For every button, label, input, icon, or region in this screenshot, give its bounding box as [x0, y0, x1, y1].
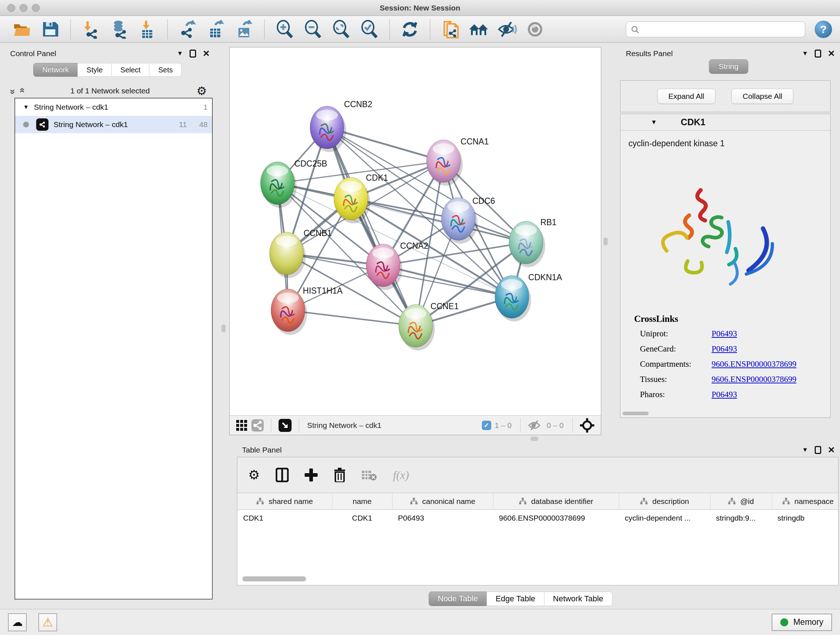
panel-float-icon[interactable] [815, 50, 821, 57]
crosslink-link[interactable]: 9606.ENSP00000378699 [712, 359, 797, 369]
table-cell[interactable]: stringdb:9... [710, 510, 772, 526]
panel-float-icon[interactable] [815, 446, 821, 454]
panel-menu-icon[interactable]: ▼ [802, 447, 808, 454]
right-splitter-handle[interactable] [603, 238, 608, 245]
table-row[interactable]: CDK1CDK1P064939606.ENSP00000378699cyclin… [237, 510, 838, 526]
panel-close-icon[interactable]: ✕ [202, 49, 210, 59]
open-session-icon[interactable] [11, 19, 33, 40]
hide-selected-eye-icon[interactable] [496, 19, 517, 40]
maximize-window-icon[interactable] [32, 4, 40, 12]
import-table-file-icon[interactable] [137, 19, 158, 40]
network-node-CCNE1[interactable]: CCNE1 [399, 302, 459, 350]
collapse-all-button[interactable]: Collapse All [731, 89, 794, 104]
cloud-status-button[interactable]: ☁ [8, 613, 27, 631]
column-header-namespace[interactable]: namespace [772, 493, 838, 510]
network-node-RB1[interactable]: RB1 [509, 218, 556, 267]
column-header-database-identifier[interactable]: database identifier [493, 493, 619, 510]
show-columns-icon[interactable] [276, 468, 289, 482]
table-cell[interactable]: P06493 [392, 510, 493, 526]
column-header-@id[interactable]: @id [710, 493, 772, 510]
tab-style[interactable]: Style [77, 63, 111, 77]
zoom-in-icon[interactable] [274, 19, 295, 40]
export-image-icon[interactable] [234, 19, 255, 40]
panel-menu-icon[interactable]: ▼ [177, 50, 183, 57]
hidden-eye-icon[interactable] [528, 420, 541, 431]
selected-count-checkbox-icon[interactable]: ✓ [482, 421, 491, 430]
network-row[interactable]: String Network – cdk1 11 48 [15, 116, 212, 133]
minimize-window-icon[interactable] [19, 4, 27, 12]
network-node-CCNA1[interactable]: CCNA1 [426, 137, 489, 186]
column-header-name[interactable]: name [332, 493, 392, 510]
refresh-layout-icon[interactable] [399, 19, 420, 40]
table-cell[interactable]: cyclin-dependent ... [619, 510, 710, 526]
left-splitter-handle[interactable] [221, 325, 226, 333]
tab-node-table[interactable]: Node Table [429, 592, 487, 606]
network-share-view-icon[interactable] [251, 419, 264, 432]
function-builder-icon[interactable]: f(x) [393, 469, 409, 482]
network-node-CCNB2[interactable]: CCNB2 [310, 100, 372, 152]
tab-network-table[interactable]: Network Table [544, 592, 613, 606]
tab-string[interactable]: String [709, 59, 748, 74]
export-table-icon[interactable] [205, 19, 226, 40]
table-cell[interactable]: 9606.ENSP00000378699 [493, 510, 619, 526]
node-label-CDK1: CDK1 [366, 173, 388, 182]
save-session-icon[interactable] [40, 19, 61, 40]
network-canvas[interactable]: CCNB2CCNA1CDC25BCDK1CDC6RB1CCNB1CCNA2CDK… [230, 48, 601, 415]
protein-collapse-caret-icon[interactable]: ▼ [651, 119, 657, 126]
network-node-HIST1H1A[interactable]: HIST1H1A [271, 286, 343, 335]
table-horizontal-scrollbar[interactable] [242, 576, 306, 581]
panel-close-icon[interactable]: ✕ [828, 49, 835, 59]
show-eye-icon[interactable] [524, 19, 546, 40]
tab-edge-table[interactable]: Edge Table [486, 592, 545, 606]
string-query-icon[interactable] [440, 19, 461, 40]
zoom-out-icon[interactable] [302, 19, 324, 40]
tree-expand-caret-icon[interactable]: ▼ [23, 104, 29, 111]
add-column-icon[interactable] [305, 469, 317, 481]
network-node-CCNB1[interactable]: CCNB1 [270, 228, 332, 278]
expand-all-button[interactable]: Expand All [657, 89, 715, 104]
results-horizontal-scrollbar[interactable] [622, 412, 649, 415]
network-node-CCNA2[interactable]: CCNA2 [366, 241, 428, 290]
network-edge-CCNA2-CDKN1A[interactable] [383, 265, 512, 297]
expand-all-icon[interactable]: » [16, 89, 27, 93]
crosslink-link[interactable]: P06493 [712, 344, 737, 354]
grid-view-icon[interactable] [236, 420, 247, 431]
panel-float-icon[interactable] [189, 50, 196, 57]
panel-close-icon[interactable]: ✕ [828, 445, 835, 455]
panel-menu-icon[interactable]: ▼ [802, 50, 808, 57]
network-node-CDKN1A[interactable]: CDKN1A [495, 272, 562, 321]
import-network-database-icon[interactable] [109, 19, 129, 40]
pan-crosshair-icon[interactable] [580, 418, 594, 432]
delete-table-icon[interactable] [362, 469, 377, 481]
control-panel-title: Control Panel [10, 49, 56, 58]
tab-select[interactable]: Select [111, 63, 150, 77]
export-network-icon[interactable] [177, 19, 198, 40]
column-header-description[interactable]: description [619, 493, 710, 510]
zoom-fit-icon[interactable] [331, 19, 352, 40]
table-cell[interactable]: CDK1 [237, 510, 332, 526]
import-network-file-icon[interactable] [80, 19, 101, 40]
table-options-gear-icon[interactable]: ⚙ [248, 467, 260, 483]
crosslink-link[interactable]: P06493 [712, 390, 737, 399]
delete-column-trash-icon[interactable] [333, 468, 346, 482]
birdseye-view-icon[interactable] [279, 419, 292, 432]
crosslink-link[interactable]: P06493 [712, 329, 737, 339]
column-header-shared-name[interactable]: shared name [237, 493, 332, 510]
help-icon[interactable]: ? [815, 21, 832, 38]
close-window-icon[interactable] [7, 4, 15, 12]
crosslink-link[interactable]: 9606.ENSP00000378699 [712, 375, 797, 384]
network-edge-CCNB2-CCNE1[interactable] [327, 127, 416, 326]
search-input[interactable] [626, 21, 805, 37]
tab-network[interactable]: Network [33, 63, 78, 77]
protein-section-header[interactable]: ▼ CDK1 [621, 114, 830, 131]
memory-button[interactable]: Memory [772, 614, 832, 631]
zoom-selected-icon[interactable] [359, 19, 380, 40]
table-cell[interactable]: stringdb [772, 510, 838, 526]
column-header-canonical-name[interactable]: canonical name [392, 493, 493, 510]
tab-sets[interactable]: Sets [149, 63, 182, 77]
home-networks-icon[interactable] [468, 19, 489, 40]
warnings-button[interactable]: ⚠ [38, 613, 57, 631]
network-options-gear-icon[interactable]: ⚙ [196, 84, 207, 98]
table-cell[interactable]: CDK1 [332, 510, 392, 526]
network-collection-row[interactable]: ▼ String Network – cdk1 1 [15, 98, 212, 116]
